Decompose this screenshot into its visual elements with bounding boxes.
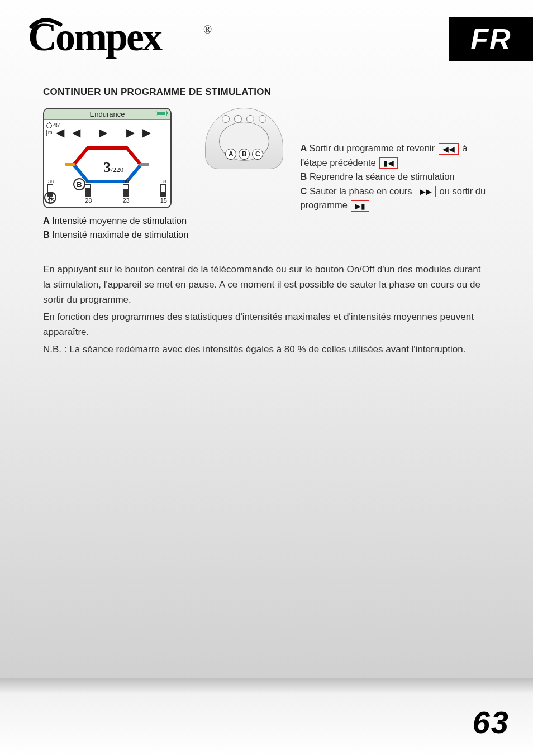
language-code: FR (470, 22, 511, 56)
content-frame: CONTINUER UN PROGRAMME DE STIMULATION En… (28, 73, 505, 642)
max-value: 38 (123, 179, 130, 184)
legend-line-a: A Sortir du programme et revenir ◀◀ à l'… (300, 141, 490, 170)
battery-icon (156, 111, 167, 116)
remote-badge-b: B (239, 149, 250, 160)
legend-a-text: Intensité moyenne de stimulation (52, 216, 187, 226)
page-footer: 63 (0, 678, 533, 756)
program-name: Endurance (90, 110, 125, 118)
led-icon (222, 115, 230, 123)
body-text: En appuyant sur le bouton central de la … (43, 262, 490, 357)
figure-row: Endurance 45' mi ◀◀ ▶ ▶▶ 3/220 A (43, 108, 490, 242)
device-screen-figure: Endurance 45' mi ◀◀ ▶ ▶▶ 3/220 A (43, 108, 188, 242)
legend-line-c: C Sauter la phase en cours ▶▶ ou sortir … (300, 184, 490, 213)
channel-4: 38 15 (160, 179, 167, 204)
skip-next-icon: ▶▮ (351, 200, 369, 212)
brand-logo: Compex ® (28, 17, 212, 61)
intensity-bars: 38 15 38 28 38 23 38 (47, 179, 167, 204)
screen-legend: A Intensité moyenne de stimulation B Int… (43, 214, 188, 242)
max-value: 38 (85, 179, 92, 184)
device-screen: Endurance 45' mi ◀◀ ▶ ▶▶ 3/220 A (43, 108, 172, 208)
remote-legend: A Sortir du programme et revenir ◀◀ à l'… (300, 108, 490, 213)
max-value: 38 (160, 179, 167, 184)
rep-current: 3 (103, 159, 111, 175)
legend-b-text: Intensité maximale de stimulation (53, 229, 189, 240)
compex-wordmark-icon: Compex (28, 17, 201, 61)
trademark-symbol: ® (203, 23, 212, 36)
screen-title-bar: Endurance (44, 109, 170, 120)
remote-badge-c: C (252, 149, 263, 160)
remote-button-badges: A B C (225, 149, 263, 160)
rep-total: /220 (111, 165, 123, 174)
led-icon (259, 115, 266, 123)
remote-figure: A B C (205, 108, 283, 169)
skip-prev-icon: ▮◀ (379, 157, 398, 169)
playback-controls-icon: ◀◀ ▶ ▶▶ (44, 126, 170, 139)
avg-value: 15 (160, 197, 167, 204)
remote-badge-a: A (225, 149, 236, 160)
page-header: Compex ® FR (0, 0, 533, 61)
fast-forward-icon: ▶▶ (416, 186, 436, 197)
avg-value: 15 (47, 197, 54, 204)
paragraph-3: N.B. : La séance redémarre avec des inte… (43, 342, 490, 357)
paragraph-2: En fonction des programmes des statistiq… (43, 309, 490, 339)
rep-counter: 3/220 (103, 159, 123, 176)
section-title: CONTINUER UN PROGRAMME DE STIMULATION (43, 87, 490, 98)
channel-1: 38 15 (47, 179, 54, 204)
channel-3: 38 23 (123, 179, 130, 204)
page-number: 63 (473, 704, 510, 740)
max-value: 38 (47, 179, 54, 184)
rewind-icon: ◀◀ (439, 143, 459, 155)
paragraph-1: En appuyant sur le bouton central de la … (43, 262, 490, 308)
avg-value: 28 (85, 197, 92, 204)
channel-2: 38 28 (85, 179, 92, 204)
svg-text:Compex: Compex (28, 17, 163, 59)
language-tab: FR (449, 17, 533, 61)
avg-value: 23 (123, 197, 130, 204)
legend-line-b: B Reprendre la séance de stimulation (300, 170, 490, 184)
